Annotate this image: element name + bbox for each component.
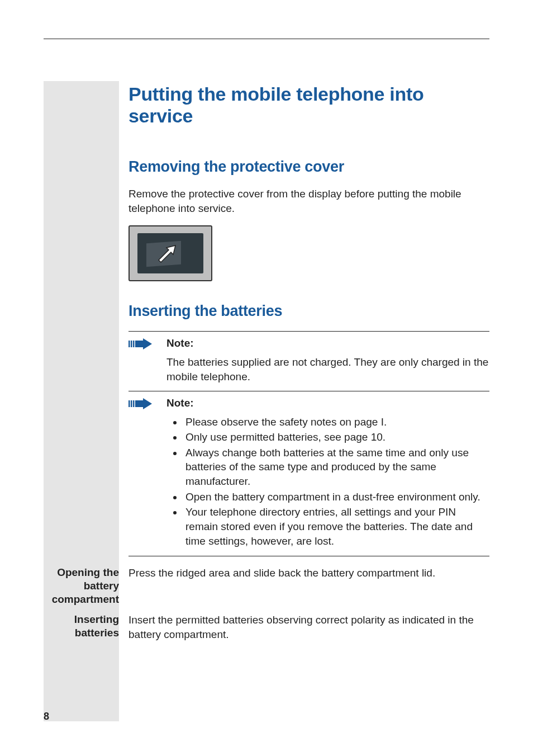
note-arrow-icon	[129, 337, 155, 351]
note-list-item: Your telephone directory entries, all se…	[183, 505, 489, 548]
note-block-1: Note: The batteries supplied are not cha…	[129, 331, 489, 391]
note-label-2: Note:	[166, 397, 489, 409]
note-list-item: Please observe the safety notes on page …	[183, 415, 489, 429]
illustration-cover	[129, 225, 212, 281]
paragraph-opening: Opening the battery compartment Press th…	[129, 566, 489, 580]
page-number: 8	[44, 711, 49, 722]
note-arrow-icon	[129, 397, 155, 410]
note-block-2: Note: Please observe the safety notes on…	[129, 391, 489, 557]
body-opening: Press the ridged area and slide back the…	[129, 566, 489, 580]
arrow-icon	[155, 243, 178, 266]
svg-rect-3	[135, 341, 143, 347]
svg-rect-6	[133, 400, 135, 407]
paragraph-insert-batteries: Inserting batteries Insert the permitted…	[129, 613, 489, 641]
body-removing: Remove the protective cover from the dis…	[129, 187, 489, 215]
margin-label-insert: Inserting batteries	[44, 613, 119, 640]
note-label-1: Note:	[166, 337, 489, 349]
note-list: Please observe the safety notes on page …	[183, 415, 489, 549]
svg-rect-4	[129, 400, 130, 407]
svg-rect-2	[133, 341, 135, 347]
svg-rect-5	[131, 400, 132, 407]
note-text-1: The batteries supplied are not charged. …	[166, 355, 489, 384]
svg-rect-1	[131, 341, 132, 347]
note-list-item: Only use permitted batteries, see page 1…	[183, 430, 489, 445]
svg-rect-0	[129, 341, 130, 347]
section-heading-removing: Removing the protective cover	[129, 158, 489, 176]
svg-rect-7	[135, 400, 143, 407]
main-content: Putting the mobile telephone into servic…	[129, 81, 489, 641]
margin-label-opening: Opening the battery compartment	[44, 566, 119, 606]
page-title: Putting the mobile telephone into servic…	[129, 83, 489, 127]
body-insert: Insert the permitted batteries observing…	[129, 613, 489, 641]
header-rule	[44, 39, 489, 39]
note-list-item: Always change both batteries at the same…	[183, 446, 489, 489]
note-list-item: Open the battery compartment in a dust-f…	[183, 490, 489, 504]
section-heading-inserting: Inserting the batteries	[129, 303, 489, 320]
